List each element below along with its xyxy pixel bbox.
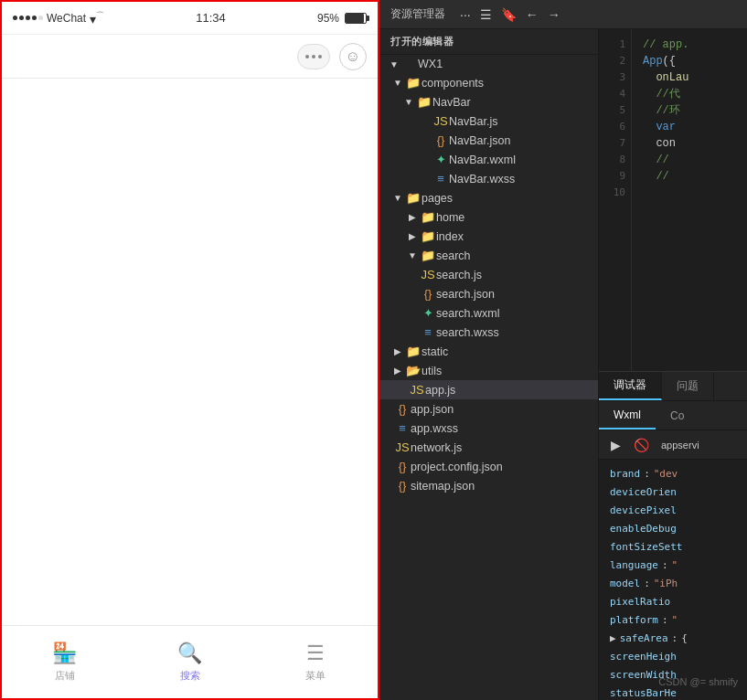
prop-platform: platform : "	[610, 611, 736, 630]
pages-arrow: ▼	[390, 193, 405, 203]
tab-search[interactable]: 🔍 搜索	[127, 634, 252, 690]
searchwxml-icon: ✦	[420, 306, 436, 320]
search-icon: 🔍	[177, 642, 202, 665]
debugger-props: brand : "dev deviceOrien devicePixel ena…	[599, 460, 747, 700]
prop-screen-height: screenHeigh	[610, 648, 736, 666]
searchwxml-name: search.wxml	[436, 307, 499, 320]
tree-item-navbar[interactable]: ▼ 📁 NavBar	[379, 92, 598, 111]
code-line-7: con	[643, 135, 736, 152]
ide-panel: 资源管理器 ··· ☰ 🔖 ← → 打开的编辑器 ▼ WX1 ▼ 📁 compo…	[379, 0, 747, 700]
tree-root[interactable]: ▼ WX1	[379, 55, 598, 73]
tree-item-navbar-json[interactable]: {} NavBar.json	[379, 131, 598, 150]
play-button[interactable]: ▶	[606, 436, 624, 454]
navbar-arrow: ▼	[401, 97, 416, 107]
tree-item-navbar-js[interactable]: JS NavBar.js	[379, 111, 598, 131]
ide-main: 打开的编辑器 ▼ WX1 ▼ 📁 components ▼ 📁 NavBar	[379, 29, 747, 700]
arrow-right-icon[interactable]: →	[548, 7, 560, 22]
tree-item-appjs[interactable]: JS app.js	[379, 380, 598, 399]
nav-dots-button[interactable]	[297, 44, 330, 69]
appjs-name: app.js	[425, 384, 455, 397]
debugger-toolbar: ▶ 🚫 appservi	[599, 430, 747, 460]
tree-item-projectconfig[interactable]: {} project.config.json	[379, 457, 598, 476]
tree-item-search-js[interactable]: JS search.js	[379, 265, 598, 284]
navbarjs-name: NavBar.js	[449, 115, 498, 128]
open-editors-header: 打开的编辑器	[379, 29, 598, 55]
search-folder-icon: 📁	[420, 249, 436, 262]
tree-item-sitemap[interactable]: {} sitemap.json	[379, 476, 598, 495]
code-editor: 1 2 3 4 5 6 7 8 9 10 // app. App({ onLau…	[599, 29, 747, 371]
line-9: 9	[599, 168, 631, 185]
subtab-console[interactable]: Co	[656, 401, 699, 430]
index-name: index	[436, 230, 464, 243]
prop-language-val: "	[672, 557, 678, 574]
home-arrow: ▶	[405, 212, 420, 222]
prop-safe-area: ▶ safeArea : {	[610, 630, 736, 648]
bookmark-icon[interactable]: 🔖	[501, 7, 517, 22]
static-name: static	[422, 345, 448, 358]
line-4: 4	[599, 86, 631, 102]
searchjs-name: search.js	[436, 269, 482, 281]
list-icon[interactable]: ☰	[480, 7, 492, 22]
root-arrow: ▼	[387, 59, 401, 69]
components-folder-icon: 📁	[405, 76, 422, 90]
tree-item-search[interactable]: ▼ 📁 search	[379, 246, 598, 265]
tree-item-static[interactable]: ▶ 📁 static	[379, 342, 598, 361]
arrow-left-icon[interactable]: ←	[526, 7, 539, 22]
line-10: 10	[599, 185, 631, 201]
networkjs-icon: JS	[394, 440, 411, 454]
tree-item-search-json[interactable]: {} search.json	[379, 284, 598, 303]
tab-shop[interactable]: 🏪 店铺	[2, 634, 127, 690]
home-folder-icon: 📁	[420, 210, 436, 224]
index-arrow: ▶	[405, 231, 420, 241]
tree-item-appwxss[interactable]: ≡ app.wxss	[379, 419, 598, 438]
tree-item-utils[interactable]: ▶ 📂 utils	[379, 361, 598, 380]
status-left: WeChat ▾⌒	[13, 10, 104, 27]
prop-safe-area-val: {	[681, 631, 688, 647]
tree-item-search-wxss[interactable]: ≡ search.wxss	[379, 323, 598, 342]
subtab-wxml[interactable]: Wxml	[599, 401, 656, 430]
code-content[interactable]: // app. App({ onLau //代 //环 var con // /…	[632, 29, 747, 371]
appwxss-icon: ≡	[394, 421, 411, 435]
components-arrow: ▼	[390, 78, 405, 88]
tab-debugger[interactable]: 调试器	[599, 372, 662, 400]
prop-brand-key: brand	[610, 466, 640, 483]
prop-status-bar-key: statusBarHe	[610, 685, 677, 700]
tab-issues[interactable]: 问题	[662, 372, 714, 400]
navbarwxml-name: NavBar.wxml	[449, 154, 516, 166]
prop-model-val: "iPh	[654, 576, 678, 592]
tree-item-index[interactable]: ▶ 📁 index	[379, 227, 598, 246]
nav-circle-button[interactable]: ☺	[339, 43, 367, 70]
tree-item-home[interactable]: ▶ 📁 home	[379, 207, 598, 227]
tree-item-components[interactable]: ▼ 📁 components	[379, 73, 598, 92]
code-line-1: // app.	[643, 37, 736, 53]
battery-icon	[345, 13, 367, 24]
tree-item-pages[interactable]: ▼ 📁 pages	[379, 188, 598, 207]
tree-item-search-wxml[interactable]: ✦ search.wxml	[379, 303, 598, 323]
appwxss-name: app.wxss	[411, 422, 458, 435]
navbarjs-icon: JS	[432, 114, 449, 128]
toolbar-icons: ··· ☰ 🔖 ← →	[460, 7, 560, 22]
tree-item-navbar-wxss[interactable]: ≡ NavBar.wxss	[379, 169, 598, 188]
signal-dot-2	[19, 16, 24, 20]
tree-item-navbar-wxml[interactable]: ✦ NavBar.wxml	[379, 150, 598, 169]
tree-item-appjson[interactable]: {} app.json	[379, 399, 598, 419]
prop-enable-debug: enableDebug	[610, 520, 736, 538]
prop-model: model : "iPh	[610, 575, 736, 593]
prop-enable-debug-key: enableDebug	[610, 521, 677, 537]
prop-device-orien: deviceOrien	[610, 483, 736, 502]
searchjson-icon: {}	[420, 287, 436, 301]
line-7: 7	[599, 135, 631, 152]
safe-area-expand-icon[interactable]: ▶	[610, 631, 616, 647]
prop-language: language : "	[610, 557, 736, 575]
navbarwxss-name: NavBar.wxss	[449, 173, 515, 186]
index-folder-icon: 📁	[420, 229, 436, 243]
toolbar-dots[interactable]: ···	[460, 7, 471, 22]
search-name: search	[436, 249, 471, 262]
stop-button[interactable]: 🚫	[632, 436, 650, 454]
navbar-folder-icon: 📁	[416, 95, 432, 109]
tree-item-networkjs[interactable]: JS network.js	[379, 438, 598, 457]
appjson-name: app.json	[411, 403, 454, 416]
tab-menu[interactable]: ☰ 菜单	[252, 634, 378, 690]
pages-name: pages	[422, 192, 453, 205]
nav-dot-3	[318, 55, 322, 58]
